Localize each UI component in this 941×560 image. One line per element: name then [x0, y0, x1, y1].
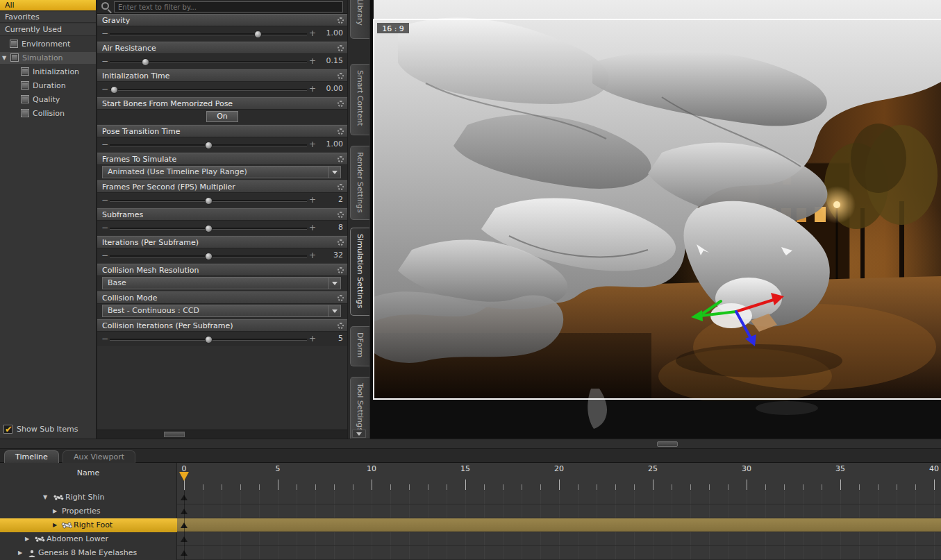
param-value[interactable]: 1.00	[311, 28, 343, 37]
slider-thumb[interactable]	[254, 31, 262, 38]
gear-icon[interactable]	[338, 239, 344, 246]
expander-right-icon[interactable]	[53, 518, 57, 532]
sidebar-item-currently-used[interactable]: Currently Used	[0, 24, 96, 36]
param-value[interactable]: 0.15	[311, 56, 343, 65]
track-row-abdomen-lower[interactable]	[177, 532, 941, 546]
tab-dform[interactable]: DForm	[350, 326, 369, 366]
slider-decrement-button[interactable]	[101, 56, 108, 66]
slider-track[interactable]	[110, 255, 307, 257]
expander-down-icon[interactable]	[2, 52, 6, 64]
viewport-3d[interactable]: 16 : 9	[370, 0, 941, 439]
param-value[interactable]: 32	[311, 251, 343, 260]
gear-icon[interactable]	[338, 267, 344, 273]
slider-thumb[interactable]	[205, 225, 213, 232]
slider-track[interactable]	[110, 228, 307, 230]
timeline-name-column: Name Right Shin Properties Right Foot Ab…	[0, 463, 177, 560]
tab-timeline[interactable]: Timeline	[4, 450, 59, 463]
timeline-node-right-shin[interactable]: Right Shin	[0, 491, 177, 504]
slider-track[interactable]	[110, 89, 307, 91]
slider-decrement-button[interactable]	[101, 251, 108, 260]
slider-track[interactable]	[110, 200, 307, 202]
timeline-node-properties[interactable]: Properties	[0, 504, 177, 518]
slider-thumb[interactable]	[205, 253, 213, 260]
slider-track[interactable]	[110, 339, 307, 341]
pane-splitter[interactable]	[0, 439, 941, 449]
collision-mesh-resolution-dropdown[interactable]: Base	[102, 277, 341, 289]
track-row-genesis-8-male-eyelashes[interactable]	[177, 546, 941, 560]
frames-to-simulate-dropdown[interactable]: Animated (Use Timeline Play Range)	[102, 166, 341, 178]
sidebar-item-collision[interactable]: Collision	[0, 108, 96, 119]
timeline-ruler[interactable]: 0 5 10 15 20 25 30 35 40	[177, 463, 941, 491]
gear-icon[interactable]	[338, 184, 344, 190]
slider-thumb[interactable]	[205, 336, 213, 343]
slider-track[interactable]	[110, 33, 307, 35]
track-row-right-shin[interactable]	[177, 491, 941, 504]
slider-decrement-button[interactable]	[101, 334, 108, 343]
tab-label: DForm	[356, 327, 365, 363]
tab-scroll-down-button[interactable]	[352, 430, 366, 438]
expander-right-icon[interactable]	[53, 504, 57, 518]
gear-icon[interactable]	[338, 156, 344, 162]
on-off-toggle[interactable]: On	[206, 111, 238, 122]
sidebar-item-initialization[interactable]: Initialization	[0, 66, 96, 78]
param-value[interactable]: 1.00	[311, 139, 343, 149]
gear-icon[interactable]	[338, 212, 344, 218]
slider-thumb[interactable]	[205, 142, 213, 149]
sidebar-item-environment[interactable]: Environment	[0, 38, 96, 50]
sidebar-item-quality[interactable]: Quality	[0, 94, 96, 105]
viewport-canvas[interactable]: 16 : 9	[370, 0, 941, 439]
gear-icon[interactable]	[338, 73, 344, 79]
sidebar-item-simulation[interactable]: Simulation	[0, 52, 96, 64]
splitter-handle[interactable]	[657, 441, 678, 447]
timeline-node-right-foot[interactable]: Right Foot	[0, 518, 177, 532]
gear-icon[interactable]	[338, 45, 344, 51]
group-icon	[21, 109, 29, 117]
expander-right-icon[interactable]	[18, 546, 22, 560]
tab-content-library[interactable]: Content Library	[350, 0, 369, 39]
param-header: Frames Per Second (FPS) Multiplier	[97, 180, 347, 193]
slider-decrement-button[interactable]	[101, 28, 108, 38]
param-value[interactable]: 8	[311, 223, 343, 232]
param-value[interactable]: 0.00	[311, 84, 343, 93]
sidebar-item-favorites[interactable]: Favorites	[0, 12, 96, 23]
gear-icon[interactable]	[338, 17, 344, 24]
slider-decrement-button[interactable]	[101, 139, 108, 149]
gear-icon[interactable]	[338, 323, 344, 329]
param-label: Subframes	[102, 210, 143, 219]
collision-mode-dropdown[interactable]: Best - Continuous : CCD	[102, 305, 341, 317]
filter-input[interactable]	[114, 1, 343, 12]
slider-decrement-button[interactable]	[101, 223, 108, 232]
slider-decrement-button[interactable]	[101, 195, 108, 205]
slider-thumb[interactable]	[205, 197, 213, 205]
slider-thumb[interactable]	[110, 86, 118, 94]
scrollbar-handle[interactable]	[164, 432, 185, 437]
show-sub-items-row[interactable]: Show Sub Items	[0, 423, 96, 436]
horizontal-scrollbar[interactable]	[97, 430, 347, 439]
tab-smart-content[interactable]: Smart Content	[350, 64, 369, 135]
gear-icon[interactable]	[338, 295, 344, 301]
bone-icon	[61, 522, 72, 529]
sidebar-item-all[interactable]: All	[0, 0, 96, 11]
slider-track[interactable]	[110, 144, 307, 146]
gear-icon[interactable]	[338, 128, 344, 135]
track-row-properties[interactable]	[177, 504, 941, 518]
param-value[interactable]: 5	[311, 334, 343, 343]
param-header: Gravity	[97, 14, 347, 26]
track-row-right-foot[interactable]	[177, 518, 941, 532]
sidebar-item-duration[interactable]: Duration	[0, 80, 96, 92]
playhead-marker[interactable]	[179, 472, 189, 481]
slider-decrement-button[interactable]	[101, 84, 108, 94]
slider-thumb[interactable]	[142, 58, 149, 66]
timeline-node-abdomen-lower[interactable]: Abdomen Lower	[0, 532, 177, 546]
timeline-tracks[interactable]	[177, 491, 941, 560]
gear-icon[interactable]	[338, 101, 344, 107]
show-sub-items-checkbox[interactable]	[3, 425, 13, 434]
slider-track[interactable]	[110, 61, 307, 63]
tab-aux-viewport[interactable]: Aux Viewport	[63, 450, 135, 463]
tab-render-settings[interactable]: Render Settings	[350, 146, 369, 220]
expander-down-icon[interactable]	[43, 491, 47, 504]
timeline-node-genesis-8-male-eyelashes[interactable]: Genesis 8 Male Eyelashes	[0, 546, 177, 560]
expander-right-icon[interactable]	[25, 532, 29, 546]
tab-simulation-settings[interactable]: Simulation Settings	[350, 228, 369, 316]
param-value[interactable]: 2	[311, 195, 343, 204]
